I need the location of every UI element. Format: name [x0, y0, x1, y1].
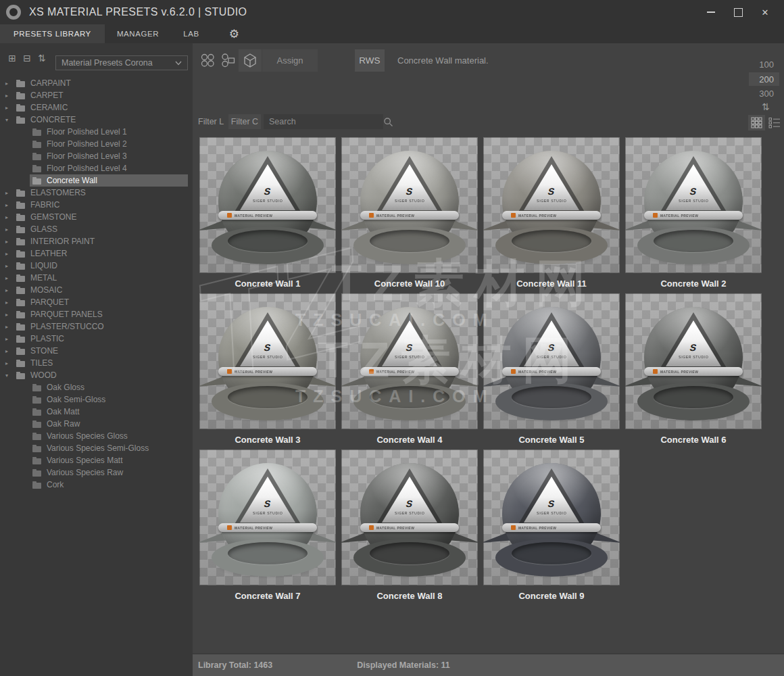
tree-item-body[interactable]: Floor Polished Level 2	[30, 138, 188, 150]
tree-item-body[interactable]: ELASTOMERS	[14, 187, 188, 199]
tree-item[interactable]: ▾ CONCRETE	[0, 114, 193, 126]
tree-item-body[interactable]: PARQUET	[14, 296, 188, 308]
tree-item[interactable]: Various Species Matt	[0, 454, 193, 466]
tab-presets-library[interactable]: PRESETS LIBRARY	[0, 24, 105, 43]
tree-item[interactable]: ▸ PARQUET PANELS	[0, 308, 193, 320]
sort-tree-icon[interactable]: ⇅	[36, 53, 47, 64]
caret-icon[interactable]: ▸	[0, 324, 14, 330]
tree-item-body[interactable]: Oak Matt	[30, 406, 188, 418]
tree-item-body[interactable]: PLASTIC	[14, 333, 188, 345]
preview-scene-button[interactable]	[239, 49, 262, 72]
material-tile[interactable]: S SIGER STUDIO MATERIAL PREVIEW Concrete…	[483, 137, 620, 293]
tree-item-body[interactable]: Floor Polished Level 4	[30, 162, 188, 174]
tree-item-body[interactable]: CARPET	[14, 89, 188, 101]
tree-item[interactable]: ▾ WOOD	[0, 369, 193, 381]
tree-item-body[interactable]: PLASTER/STUCCO	[14, 320, 188, 333]
tab-manager[interactable]: MANAGER	[105, 24, 171, 43]
tree-item-body[interactable]: Various Species Raw	[30, 466, 188, 479]
tree-item-body[interactable]: MOSAIC	[14, 284, 188, 296]
tree-item[interactable]: ▸ LEATHER	[0, 247, 193, 260]
caret-icon[interactable]: ▸	[0, 93, 14, 99]
material-preview[interactable]: S SIGER STUDIO MATERIAL PREVIEW	[625, 293, 762, 429]
caret-icon[interactable]: ▸	[0, 251, 14, 257]
tree-item[interactable]: Various Species Raw	[0, 466, 193, 479]
tree-item[interactable]: ▸ PLASTER/STUCCO	[0, 320, 193, 333]
material-preview[interactable]: S SIGER STUDIO MATERIAL PREVIEW	[483, 450, 620, 585]
material-preview[interactable]: S SIGER STUDIO MATERIAL PREVIEW	[341, 450, 478, 585]
caret-icon[interactable]: ▸	[0, 299, 14, 306]
tree-item[interactable]: ▸ INTERIOR PAINT	[0, 235, 193, 247]
tree-item-body[interactable]: STONE	[14, 345, 188, 357]
tree-item-body[interactable]: LEATHER	[14, 247, 188, 260]
material-tile[interactable]: S SIGER STUDIO MATERIAL PREVIEW Concrete…	[341, 450, 478, 606]
tree-item[interactable]: ▸ CERAMIC	[0, 101, 193, 114]
tree-item[interactable]: Various Species Semi-Gloss	[0, 442, 193, 454]
caret-icon[interactable]: ▸	[0, 348, 14, 354]
tree-item-body[interactable]: CONCRETE	[14, 114, 188, 126]
tree-item[interactable]: ▸ CARPET	[0, 89, 193, 101]
filter-category-button[interactable]: Filter C	[228, 114, 261, 129]
tree-item[interactable]: Floor Polished Level 4	[0, 162, 193, 174]
tree-item-body[interactable]: Various Species Semi-Gloss	[30, 442, 188, 454]
tree-item[interactable]: ▸ CARPAINT	[0, 77, 193, 89]
tree-item-body[interactable]: CARPAINT	[14, 77, 188, 89]
search-input[interactable]	[264, 117, 383, 126]
tree-item[interactable]: ▸ GEMSTONE	[0, 211, 193, 223]
sort-materials-icon[interactable]: ⇅	[758, 100, 774, 114]
material-tile[interactable]: S SIGER STUDIO MATERIAL PREVIEW Concrete…	[483, 293, 620, 450]
material-tile[interactable]: S SIGER STUDIO MATERIAL PREVIEW Concrete…	[199, 450, 336, 606]
rws-button[interactable]: RWS	[355, 49, 385, 72]
tree-item-body[interactable]: LIQUID	[14, 260, 188, 272]
tree-item-body[interactable]: PARQUET PANELS	[14, 308, 188, 320]
material-preview[interactable]: S SIGER STUDIO MATERIAL PREVIEW	[199, 450, 336, 585]
caret-icon[interactable]: ▾	[0, 117, 14, 123]
tree-item[interactable]: Oak Matt	[0, 406, 193, 418]
tree-item[interactable]: Floor Polished Level 3	[0, 150, 193, 162]
caret-icon[interactable]: ▸	[0, 80, 14, 87]
tree-item-body[interactable]: Various Species Matt	[30, 454, 188, 466]
tree-item[interactable]: ▸ STONE	[0, 345, 193, 357]
tree-item-body[interactable]: Cork	[30, 479, 188, 491]
close-button[interactable]: ✕	[752, 2, 779, 22]
tree-item-body[interactable]: METAL	[14, 272, 188, 284]
tree-item[interactable]: Cork	[0, 479, 193, 491]
material-tile[interactable]: S SIGER STUDIO MATERIAL PREVIEW Concrete…	[625, 293, 762, 450]
show-all-materials-icon[interactable]	[200, 53, 215, 68]
tree-item-body[interactable]: TILES	[14, 357, 188, 369]
tree-item[interactable]: ▸ MOSAIC	[0, 284, 193, 296]
tree-item[interactable]: ▸ PLASTIC	[0, 333, 193, 345]
caret-icon[interactable]: ▸	[0, 312, 14, 318]
collapse-all-icon[interactable]: ⊟	[22, 53, 32, 64]
caret-icon[interactable]: ▸	[0, 226, 14, 233]
tree-item-body[interactable]: Oak Semi-Gloss	[30, 393, 188, 406]
caret-icon[interactable]: ▸	[0, 214, 14, 220]
tree-item-body[interactable]: Floor Polished Level 3	[30, 150, 188, 162]
tree-item-body[interactable]: Various Species Gloss	[30, 430, 188, 442]
tree-item[interactable]: Concrete Wall	[0, 174, 193, 187]
tree-item[interactable]: Oak Raw	[0, 418, 193, 430]
maximize-button[interactable]	[725, 2, 752, 22]
tree-item[interactable]: ▸ PARQUET	[0, 296, 193, 308]
material-preview[interactable]: S SIGER STUDIO MATERIAL PREVIEW	[341, 293, 478, 429]
tree-item[interactable]: Various Species Gloss	[0, 430, 193, 442]
tree-item[interactable]: ▸ LIQUID	[0, 260, 193, 272]
material-tile[interactable]: S SIGER STUDIO MATERIAL PREVIEW Concrete…	[341, 137, 478, 293]
settings-gear-icon[interactable]: ⚙	[220, 24, 249, 43]
library-dropdown[interactable]: Material Presets Corona	[55, 55, 188, 70]
tree-item-body[interactable]: CERAMIC	[14, 101, 188, 114]
tree-item-body[interactable]: WOOD	[14, 369, 188, 381]
tree-item-body[interactable]: Oak Raw	[30, 418, 188, 430]
caret-icon[interactable]: ▸	[0, 287, 14, 293]
caret-icon[interactable]: ▸	[0, 105, 14, 111]
material-tile[interactable]: S SIGER STUDIO MATERIAL PREVIEW Concrete…	[199, 137, 336, 293]
minimize-button[interactable]	[697, 2, 725, 22]
assign-button[interactable]: Assign	[262, 49, 318, 72]
list-view-button[interactable]	[766, 115, 783, 130]
material-preview[interactable]: S SIGER STUDIO MATERIAL PREVIEW	[483, 137, 620, 273]
grid-view-button[interactable]	[748, 115, 765, 130]
tree-item[interactable]: Floor Polished Level 2	[0, 138, 193, 150]
tab-lab[interactable]: LAB	[171, 24, 212, 43]
caret-icon[interactable]: ▸	[0, 202, 14, 208]
assigned-materials-icon[interactable]	[221, 53, 236, 68]
material-preview[interactable]: S SIGER STUDIO MATERIAL PREVIEW	[625, 137, 762, 273]
